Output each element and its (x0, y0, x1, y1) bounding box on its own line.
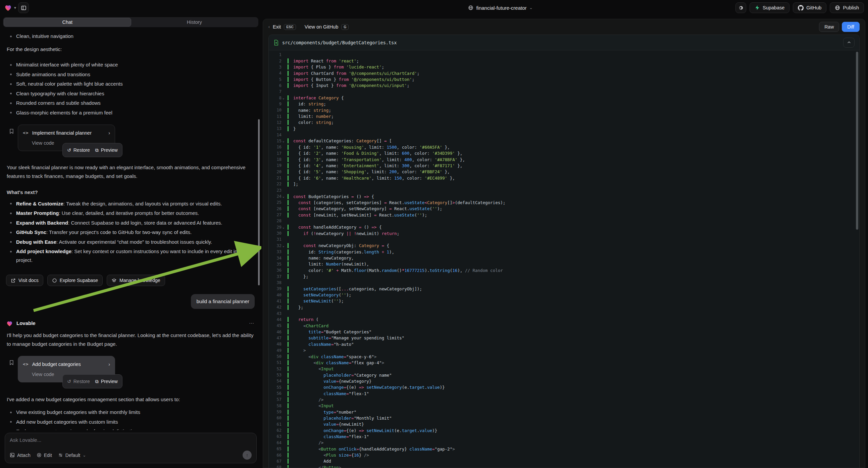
tab-chat[interactable]: Chat (4, 18, 131, 27)
code-line: 26⌄ const [newCategory, setNewCategory] … (269, 206, 859, 212)
bookmark-icon[interactable] (9, 359, 14, 366)
code-line: 14⌄ (269, 131, 859, 138)
explore-supabase-button[interactable]: Explore Supabase (47, 274, 103, 286)
code-scrollbar[interactable] (856, 52, 858, 230)
raw-diff-toggle: Raw Diff (819, 22, 860, 32)
collapse-file-button[interactable] (843, 38, 855, 48)
code-line: 39⌄ setCategories([...categories, newCat… (269, 286, 859, 292)
publish-globe-icon (835, 5, 840, 10)
fold-chevron-icon[interactable]: ⌄ (282, 244, 285, 247)
fold-chevron-icon[interactable]: ⌄ (282, 226, 285, 229)
project-switcher[interactable]: financial-future-creator ⌄ (266, 5, 736, 11)
restore-preview-pill: ↺Restore ⧉Preview (62, 374, 122, 388)
summary-paragraph: Your sleek financial planner is now read… (7, 163, 255, 181)
code-line: 5⌄import { Button } from '@/components/u… (269, 76, 859, 82)
chat-scroll-area[interactable]: Clean, intuitive navigation For the desi… (0, 29, 261, 430)
code-line: 47⌄ subtitle="Manage your spending limit… (269, 335, 859, 341)
send-button[interactable]: ↑ (243, 450, 252, 460)
code-line: 56⌄ className="flex-1" (269, 390, 859, 397)
code-line: 6⌄import { Input } from '@/components/ui… (269, 83, 859, 89)
list-item: Clean typography with clear hierarchies (6, 89, 255, 98)
code-view-topbar: ‹ Exit ESC View on GitHub G Raw Diff (263, 19, 865, 35)
added-summary: I've added a new budget categories manag… (7, 395, 255, 404)
chat-scrollbar[interactable] (258, 119, 260, 285)
preview-button[interactable]: ⧉Preview (95, 377, 118, 386)
gear-icon (738, 5, 744, 11)
code-line: 12⌄ color: string; (269, 119, 859, 125)
raw-button[interactable]: Raw (819, 22, 839, 32)
view-on-github-button[interactable]: View on GitHub G (305, 24, 349, 30)
lovable-logo-icon[interactable] (4, 4, 12, 12)
version-card-title: Implement financial planner (32, 128, 92, 137)
g-key-badge: G (341, 24, 349, 30)
chevron-right-icon: › (108, 128, 110, 137)
chevron-down-icon: ⌄ (83, 453, 86, 458)
list-item: Add new budget categories with custom li… (6, 418, 255, 427)
logo-chevron-down-icon[interactable]: ▾ (14, 5, 16, 10)
code-line: 68⌄ </Button> (269, 464, 859, 468)
chat-panel: Chat History Clean, intuitive navigation… (0, 16, 261, 468)
sliders-icon (58, 452, 63, 458)
code-line: 49⌄ > (269, 348, 859, 353)
visit-docs-button[interactable]: Visit docs (6, 274, 43, 286)
code-line: 13⌄} (269, 125, 859, 131)
code-line: 45⌄ <ChartCard (269, 323, 859, 329)
diff-button[interactable]: Diff (842, 22, 860, 32)
list-item: Add project knowledge: Set key context o… (6, 247, 255, 265)
chat-input[interactable] (10, 437, 252, 447)
code-line: 37⌄ }; (269, 273, 859, 279)
restore-button[interactable]: ↺Restore (67, 146, 90, 154)
settings-button[interactable] (736, 2, 746, 13)
restore-icon: ↺ (67, 377, 71, 386)
code-line: 48⌄ className="h-auto" (269, 341, 859, 347)
code-line: 62⌄ onChange={(e) => setNewLimit(e.targe… (269, 428, 859, 433)
publish-button[interactable]: Publish (830, 2, 864, 13)
fold-chevron-icon[interactable]: ⌄ (282, 195, 285, 198)
restore-button[interactable]: ↺Restore (67, 377, 90, 386)
code-line: 20⌄ { id: '5', name: 'Shopping', limit: … (269, 169, 859, 175)
exit-button[interactable]: ‹ Exit ESC (269, 24, 296, 30)
code-lines[interactable]: 1⌄2⌄import React from 'react';3⌄import {… (269, 50, 859, 468)
code-line: 36⌄ color: '#' + Math.floor(Math.random(… (269, 267, 859, 273)
edit-button[interactable]: Edit (37, 452, 52, 458)
external-link-icon (11, 278, 16, 283)
external-link-icon: ⧉ (95, 146, 99, 154)
topbar-right: Supabase GitHub Publish (736, 2, 864, 13)
version-card-group-1: <> Implement financial planner › View co… (9, 124, 255, 151)
bookmark-icon[interactable] (9, 128, 14, 135)
tab-history[interactable]: History (131, 18, 258, 27)
supabase-button[interactable]: Supabase (750, 2, 789, 13)
code-icon: <> (23, 360, 29, 369)
supabase-icon (754, 5, 760, 10)
code-icon: <> (23, 128, 29, 137)
list-item: Subtle animations and transitions (6, 70, 255, 79)
model-selector[interactable]: Default ⌄ (58, 452, 86, 458)
code-line: 64⌄ /> (269, 440, 859, 446)
code-line: 11⌄ limit: number; (269, 113, 859, 119)
code-line: 2⌄import React from 'react'; (269, 58, 859, 64)
whats-next-heading: What's next? (7, 188, 255, 197)
code-line: 46⌄ title="Budget Categories" (269, 329, 859, 335)
code-view-panel: ‹ Exit ESC View on GitHub G Raw Diff (263, 19, 865, 468)
project-name: financial-future-creator (476, 5, 526, 11)
code-line: 9⌄ id: string; (269, 101, 859, 107)
code-line: 52⌄ <Input (269, 366, 859, 372)
code-line: 19⌄ { id: '4', name: 'Entertainment', li… (269, 163, 859, 169)
external-link-icon: ⧉ (95, 377, 99, 386)
preview-button[interactable]: ⧉Preview (95, 146, 118, 154)
list-item: Clean, intuitive navigation (6, 32, 255, 40)
reply-intro: I'll help you add budget categories to t… (7, 331, 255, 349)
github-button[interactable]: GitHub (793, 2, 827, 13)
message-menu-button[interactable]: ⋯ (249, 319, 255, 328)
sidebar-toggle-button[interactable] (18, 2, 29, 13)
fold-chevron-icon[interactable]: ⌄ (282, 139, 285, 143)
lovable-app: ▾ financial-future-creator ⌄ (0, 0, 868, 468)
code-line: 8⌄interface Category { (269, 95, 859, 101)
file-header[interactable]: src/components/budget/BudgetCategories.t… (269, 35, 859, 50)
code-line: 61⌄ value={newLimit} (269, 421, 859, 428)
attach-button[interactable]: Attach (10, 452, 31, 458)
manage-knowledge-button[interactable]: Manage knowledge (107, 274, 165, 286)
fold-chevron-icon[interactable]: ⌄ (282, 96, 285, 100)
main-area: Chat History Clean, intuitive navigation… (0, 16, 868, 468)
code-line: 16⌄ { id: '1', name: 'Housing', limit: 1… (269, 144, 859, 150)
